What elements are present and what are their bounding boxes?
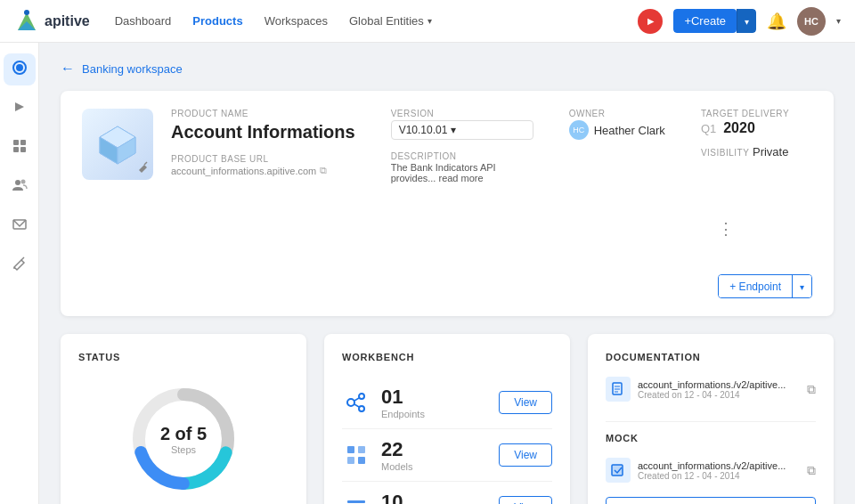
models-label: Models: [381, 461, 488, 472]
product-cube-icon: [95, 122, 140, 167]
svg-rect-8: [13, 147, 19, 152]
target-delivery-group: TARGET DELIVERY Q1 2020 VISIBILITY Priva…: [701, 109, 789, 159]
product-meta: PRODUCT NAME Account Informations PRODUC…: [171, 109, 812, 298]
product-name-value: Account Informations: [171, 122, 355, 142]
logo-icon: [14, 9, 39, 34]
target-row: Q1 2020: [701, 120, 789, 136]
svg-point-27: [347, 399, 354, 406]
nav-global-entities[interactable]: Global Entities ▾: [349, 11, 432, 31]
nav-dashboard[interactable]: Dashboard: [115, 11, 172, 31]
product-name-group: PRODUCT NAME Account Informations PRODUC…: [171, 109, 355, 176]
sidebar-item-mail[interactable]: [4, 210, 36, 242]
section-divider: [606, 421, 816, 422]
donut-steps-label: Steps: [160, 444, 207, 455]
chevron-down-icon[interactable]: ▾: [836, 16, 841, 26]
policies-info: 10 Policies: [381, 491, 488, 504]
bottom-grid: STATUS 2 of 5 Steps: [61, 334, 834, 504]
documentation-card: DOCUMENTATION account_informations./v2/a…: [588, 334, 834, 504]
logo[interactable]: apitive: [14, 9, 90, 34]
bell-icon: 🔔: [767, 12, 786, 30]
create-button-arrow[interactable]: ▾: [737, 9, 756, 33]
svg-point-29: [359, 406, 364, 411]
svg-line-31: [354, 404, 359, 407]
visibility-group: VISIBILITY Private: [701, 145, 789, 159]
svg-point-10: [15, 180, 20, 185]
models-count: 22: [381, 438, 488, 461]
visibility-label: VISIBILITY: [701, 148, 749, 158]
owner-group: OWNER HC Heather Clark: [569, 109, 665, 140]
download-mock-button[interactable]: Download Mock Swagger: [606, 497, 816, 504]
doc-file-icon: [606, 377, 631, 402]
svg-rect-34: [347, 457, 354, 464]
sidebar: [0, 43, 39, 504]
version-group: VERSION V10.10.01 ▾ DESCRIPTION The Bank…: [391, 109, 533, 183]
endpoint-button[interactable]: + Endpoint: [719, 275, 792, 297]
svg-rect-36: [347, 500, 365, 503]
endpoint-button-arrow[interactable]: ▾: [792, 275, 811, 297]
sidebar-item-grid[interactable]: [4, 132, 36, 164]
sidebar-item-users[interactable]: [4, 171, 36, 203]
donut-center: 2 of 5 Steps: [160, 424, 207, 455]
sidebar-item-nav[interactable]: [4, 93, 36, 125]
mock-file-icon: [606, 458, 631, 483]
grid-sidebar-icon: [12, 138, 28, 159]
endpoint-button-group: + Endpoint ▾: [718, 274, 812, 298]
nav-workspaces[interactable]: Workspaces: [265, 11, 328, 31]
endpoints-view-button[interactable]: View: [499, 391, 552, 414]
policies-view-button[interactable]: View: [499, 496, 552, 504]
user-avatar[interactable]: HC: [797, 7, 826, 36]
models-view-button[interactable]: View: [499, 443, 552, 467]
doc-url: account_informations./v2/apitive...: [638, 379, 800, 390]
create-button[interactable]: +Create: [673, 9, 737, 33]
owner-name: Heather Clark: [594, 124, 665, 137]
copy-url-icon[interactable]: ⧉: [320, 165, 327, 176]
edit-thumbnail-icon[interactable]: [137, 161, 150, 176]
endpoint-controls: ⋮ + Endpoint ▾: [718, 219, 812, 298]
svg-rect-9: [20, 147, 26, 152]
breadcrumb-label: Banking workspace: [82, 62, 183, 76]
main-content: ← Banking workspace PRODUCT NAME Account…: [39, 43, 855, 504]
mock-copy-button[interactable]: ⧉: [807, 463, 816, 478]
version-label: VERSION: [391, 109, 533, 118]
product-card: PRODUCT NAME Account Informations PRODUC…: [61, 91, 834, 316]
endpoint-btn-wrapper: + Endpoint ▾: [718, 274, 812, 298]
svg-rect-7: [20, 140, 26, 145]
status-title: STATUS: [78, 352, 289, 362]
mock-title: MOCK: [606, 433, 816, 443]
visibility-value: Private: [753, 145, 788, 159]
chevron-down-icon: ▾: [428, 16, 432, 26]
models-info: 22 Models: [381, 438, 488, 472]
breadcrumb[interactable]: ← Banking workspace: [61, 61, 834, 77]
sidebar-item-edit[interactable]: [4, 249, 36, 281]
create-button-group: +Create ▾: [673, 9, 756, 33]
sidebar-item-dashboard[interactable]: [4, 53, 36, 85]
chevron-down-icon: ▾: [451, 124, 456, 136]
svg-rect-32: [347, 446, 354, 453]
version-select[interactable]: V10.10.01 ▾: [391, 120, 533, 140]
status-indicator[interactable]: ▶: [638, 9, 663, 34]
owner-label: OWNER: [569, 109, 665, 118]
owner-row: HC Heather Clark: [569, 120, 665, 140]
svg-rect-35: [358, 457, 365, 464]
mock-date: Created on 12 - 04 - 2014: [638, 471, 800, 481]
top-navigation: apitive Dashboard Products Workspaces Gl…: [0, 0, 855, 43]
nav-products[interactable]: Products: [192, 11, 242, 31]
doc-info: account_informations./v2/apitive... Crea…: [638, 379, 800, 400]
target-quarter: Q1: [701, 122, 716, 135]
notification-button[interactable]: 🔔: [767, 12, 786, 31]
edit-sidebar-icon: [12, 256, 28, 276]
doc-copy-button[interactable]: ⧉: [807, 382, 816, 397]
policies-count: 10: [381, 491, 488, 504]
svg-line-30: [354, 398, 359, 401]
more-options-button[interactable]: ⋮: [718, 219, 734, 239]
documentation-title: DOCUMENTATION: [606, 352, 816, 362]
workbench-policies-item: 10 Policies View: [342, 482, 552, 504]
svg-rect-6: [13, 140, 19, 145]
logo-text: apitive: [45, 13, 90, 29]
product-url-group: PRODUCT BASE URL account_informations.ap…: [171, 151, 355, 176]
mock-section: MOCK account_informations./v2/apitive...…: [606, 433, 816, 504]
svg-point-2: [24, 10, 29, 15]
chevron-down-icon: ▾: [745, 17, 749, 27]
doc-item: account_informations./v2/apitive... Crea…: [606, 371, 816, 407]
policies-icon: [342, 493, 370, 504]
